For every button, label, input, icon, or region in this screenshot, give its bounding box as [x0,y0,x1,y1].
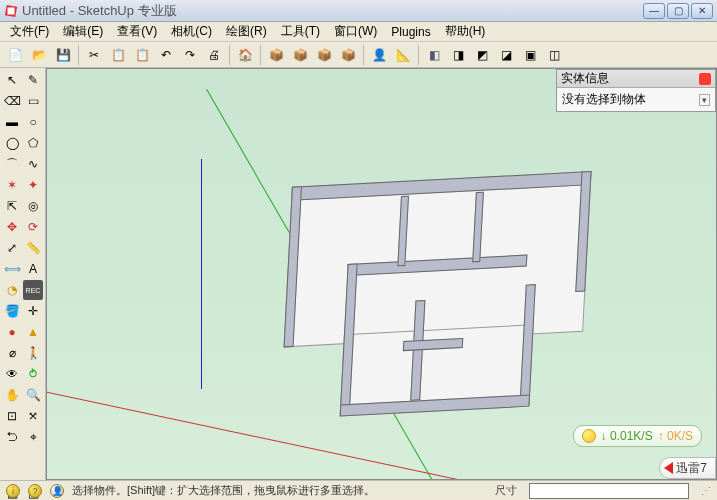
separator [78,45,79,65]
tape-tool[interactable]: 📏 [23,238,43,258]
star-tool[interactable]: ✶ [2,175,22,195]
save-button[interactable]: 💾 [52,44,74,66]
menu-tools[interactable]: 工具(T) [275,21,326,42]
brand-label: 迅雷7 [676,460,707,477]
protractor-tool[interactable]: ◔ [2,280,22,300]
zoom-window-tool[interactable]: ⊡ [2,406,22,426]
copy-button[interactable]: 📋 [107,44,129,66]
freehand-tool[interactable]: ∿ [23,154,43,174]
look-tool[interactable]: 👁 [2,364,22,384]
axis-blue [201,159,202,389]
redo-button[interactable]: ↷ [179,44,201,66]
menu-draw[interactable]: 绘图(R) [220,21,273,42]
titlebar: Untitled - SketchUp 专业版 — ▢ ✕ [0,0,717,22]
dimension-tool[interactable]: ⟺ [2,259,22,279]
menu-edit[interactable]: 编辑(E) [57,21,109,42]
new-file-button[interactable]: 📄 [4,44,26,66]
dimension-label: 尺寸 [495,483,517,498]
app-icon [4,4,18,18]
menu-file[interactable]: 文件(F) [4,21,55,42]
polygon2-tool[interactable]: ⬠ [23,133,43,153]
view-top-button[interactable]: ◨ [447,44,469,66]
view-left-button[interactable]: ◫ [543,44,565,66]
view-front-button[interactable]: ◩ [471,44,493,66]
separator [363,45,364,65]
menu-camera[interactable]: 相机(C) [165,21,218,42]
burst-tool[interactable]: ✦ [23,175,43,195]
menu-window[interactable]: 窗口(W) [328,21,383,42]
entity-info-title: 实体信息 [561,70,609,87]
toolbar-top: 📄 📂 💾 ✂ 📋 📋 ↶ ↷ 🖨 🏠 📦 📦 📦 📦 👤 📐 ◧ ◨ ◩ ◪ … [0,42,717,68]
move-tool[interactable]: ✥ [2,217,22,237]
select-tool[interactable]: ↖ [2,70,22,90]
warehouse-button-2[interactable]: 📦 [289,44,311,66]
pan-tool[interactable]: ✋ [2,385,22,405]
brand-pill[interactable]: 迅雷7 [659,457,716,479]
entity-info-expand-icon[interactable]: ▾ [699,94,710,106]
text-tool[interactable]: A [23,259,43,279]
eraser-tool[interactable]: ⌫ [2,91,22,111]
rotate-tool[interactable]: ⟳ [23,217,43,237]
record-tool[interactable]: REC [23,280,43,300]
axis-tool[interactable]: ✛ [23,301,43,321]
circle-tool[interactable]: ○ [23,112,43,132]
add-person-button[interactable]: 👤 [368,44,390,66]
scale-tool[interactable]: ⤢ [2,238,22,258]
arc-tool[interactable]: ⌒ [2,154,22,174]
offset-tool[interactable]: ◎ [23,196,43,216]
undo-button[interactable]: ↶ [155,44,177,66]
spacer [2,448,43,482]
orbit-tool[interactable]: ⥁ [23,364,43,384]
position-camera-tool[interactable]: ⌖ [23,427,43,447]
section-tool[interactable]: ⌀ [2,343,22,363]
warehouse-button-3[interactable]: 📦 [313,44,335,66]
warehouse-button-4[interactable]: 📦 [337,44,359,66]
download-speed: ↓ 0.01K/S [601,429,653,443]
status-tip-icon[interactable]: i [6,484,20,498]
triangle-tool[interactable]: ▲ [23,322,43,342]
polygon-tool[interactable]: ◯ [2,133,22,153]
resize-grip-icon[interactable]: ⋰ [697,485,711,496]
model-info-button[interactable]: 🏠 [234,44,256,66]
line-tool[interactable]: ✎ [23,70,43,90]
menu-view[interactable]: 查看(V) [111,21,163,42]
rectangle-tool[interactable]: ▭ [23,91,43,111]
print-button[interactable]: 🖨 [203,44,225,66]
open-file-button[interactable]: 📂 [28,44,50,66]
menu-plugins[interactable]: Plugins [385,23,436,41]
view-back-button[interactable]: ▣ [519,44,541,66]
status-hint: 选择物件。[Shift]键：扩大选择范围，拖曳鼠标进行多重选择。 [72,483,487,498]
warehouse-button[interactable]: 📦 [265,44,287,66]
close-button[interactable]: ✕ [691,3,713,19]
paint-tool[interactable]: 🪣 [2,301,22,321]
walk-tool[interactable]: 🚶 [23,343,43,363]
menu-help[interactable]: 帮助(H) [439,21,492,42]
minimize-button[interactable]: — [643,3,665,19]
status-help-icon[interactable]: ? [28,484,42,498]
paste-button[interactable]: 📋 [131,44,153,66]
statusbar: i ? 👤 选择物件。[Shift]键：扩大选择范围，拖曳鼠标进行多重选择。 尺… [0,480,717,500]
status-user-icon[interactable]: 👤 [50,484,64,498]
entity-info-close-icon[interactable] [699,73,711,85]
zoom-extents-tool[interactable]: ⤧ [23,406,43,426]
dimension-input[interactable] [529,483,689,499]
view-iso-button[interactable]: ◧ [423,44,445,66]
entity-info-header[interactable]: 实体信息 [557,70,715,88]
previous-view-tool[interactable]: ⮌ [2,427,22,447]
cut-button[interactable]: ✂ [83,44,105,66]
viewport-3d[interactable]: 实体信息 没有选择到物体 ▾ ↓ 0.01K/S ↑ 0K/S 迅雷7 [46,68,717,480]
menubar: 文件(F) 编辑(E) 查看(V) 相机(C) 绘图(R) 工具(T) 窗口(W… [0,22,717,42]
rectangle2-tool[interactable]: ▬ [2,112,22,132]
separator [260,45,261,65]
tool-palette: ↖ ✎ ⌫ ▭ ▬ ○ ◯ ⬠ ⌒ ∿ ✶ ✦ ⇱ ◎ ✥ ⟳ ⤢ 📏 ⟺ A … [0,68,46,480]
view-right-button[interactable]: ◪ [495,44,517,66]
separator [229,45,230,65]
svg-rect-1 [8,7,15,14]
dot-tool[interactable]: ● [2,322,22,342]
maximize-button[interactable]: ▢ [667,3,689,19]
entity-info-panel[interactable]: 实体信息 没有选择到物体 ▾ [556,69,716,112]
pushpull-tool[interactable]: ⇱ [2,196,22,216]
dimensions-button[interactable]: 📐 [392,44,414,66]
speed-widget[interactable]: ↓ 0.01K/S ↑ 0K/S [573,425,702,447]
zoom-tool[interactable]: 🔍 [23,385,43,405]
